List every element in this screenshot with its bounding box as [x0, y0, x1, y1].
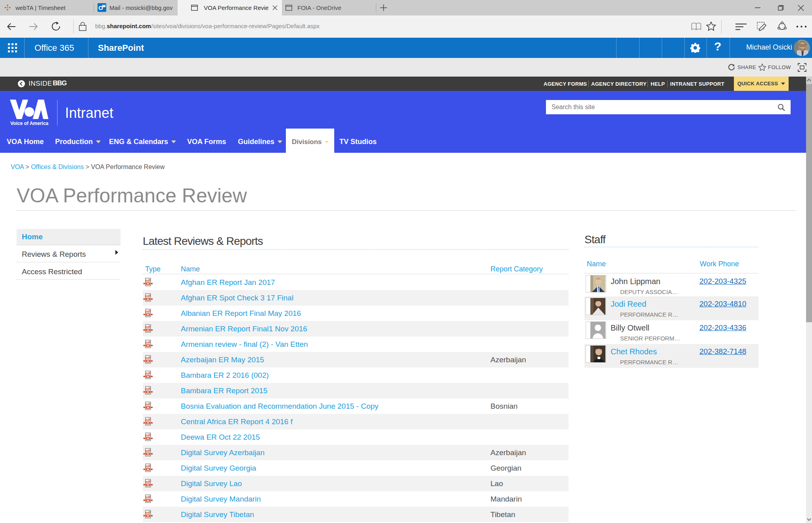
svg-text:pdf: pdf [145, 310, 151, 313]
svg-text:pdf: pdf [145, 464, 151, 468]
svg-text:pdf: pdf [145, 279, 151, 283]
svg-text:pdf: pdf [145, 387, 151, 391]
svg-text:pdf: pdf [145, 294, 151, 298]
svg-text:pdf: pdf [145, 356, 151, 360]
svg-text:pdf: pdf [145, 433, 151, 437]
svg-text:pdf: pdf [145, 449, 151, 453]
svg-text:pdf: pdf [145, 325, 151, 329]
svg-text:pdf: pdf [145, 495, 151, 499]
svg-text:pdf: pdf [145, 371, 151, 375]
svg-text:pdf: pdf [145, 511, 151, 515]
svg-text:pdf: pdf [145, 418, 151, 422]
svg-text:pdf: pdf [145, 402, 151, 406]
svg-text:pdf: pdf [145, 480, 151, 484]
svg-text:pdf: pdf [145, 340, 151, 344]
